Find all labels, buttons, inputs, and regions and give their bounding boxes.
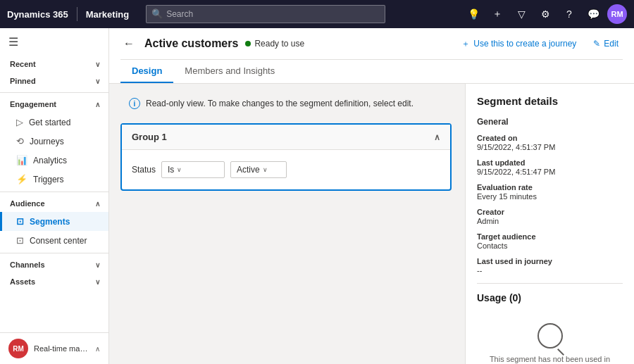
triggers-label: Triggers: [33, 175, 64, 184]
info-text: Read-only view. To make changes to the s…: [146, 99, 414, 108]
evaluation-rate-value: Every 15 minutes: [477, 192, 623, 201]
sidebar-item-consent-center[interactable]: ⊡ Consent center: [0, 231, 108, 250]
sidebar-section-recent[interactable]: Recent ∨: [0, 56, 108, 73]
usage-empty-state: This segment has not been used in journe…: [477, 312, 623, 364]
page-tabs: Design Members and Insights: [120, 59, 623, 83]
lightbulb-icon[interactable]: 💡: [464, 4, 483, 24]
details-divider: [477, 283, 623, 284]
get-started-icon: ▷: [16, 117, 23, 127]
detail-last-used: Last used in journey --: [477, 257, 623, 275]
general-section-title: General: [477, 117, 623, 127]
recent-chevron: ∨: [95, 61, 100, 68]
hamburger-button[interactable]: ☰: [0, 28, 108, 56]
group-header: Group 1 ∧: [122, 125, 450, 150]
last-used-value: --: [477, 266, 623, 275]
target-audience-value: Contacts: [477, 241, 623, 250]
sidebar-section-audience[interactable]: Audience ∧: [0, 195, 108, 212]
sidebar-bottom-environment[interactable]: RM Real-time marketi... ∧: [0, 332, 108, 364]
page-header: ← Active customers Ready to use ＋ Use th…: [109, 28, 634, 84]
sidebar: ☰ Recent ∨ Pinned ∨ Engagement ∧ ▷ Get s…: [0, 28, 109, 364]
last-updated-label: Last updated: [477, 158, 623, 167]
create-journey-label: Use this to create a journey: [473, 39, 576, 49]
filter-icon[interactable]: ▽: [511, 4, 531, 24]
info-icon: i: [129, 98, 140, 109]
journeys-icon: ⟲: [16, 136, 24, 146]
help-icon[interactable]: ?: [559, 4, 579, 24]
engagement-label: Engagement: [10, 100, 56, 108]
get-started-label: Get started: [29, 118, 70, 127]
info-banner: i Read-only view. To make changes to the…: [120, 92, 454, 115]
last-updated-value: 9/15/2022, 4:51:47 PM: [477, 168, 623, 176]
add-icon[interactable]: ＋: [487, 4, 507, 24]
segment-details-panel: Segment details General Created on 9/15/…: [465, 84, 634, 364]
page-title: Active customers: [144, 37, 238, 50]
search-input[interactable]: [146, 5, 385, 23]
tab-design[interactable]: Design: [120, 60, 173, 83]
nav-icons: 💡 ＋ ▽ ⚙ ? 💬 RM: [464, 4, 627, 24]
details-panel-title: Segment details: [477, 95, 623, 107]
main-panel: i Read-only view. To make changes to the…: [109, 84, 465, 364]
search-icon: 🔍: [151, 8, 163, 19]
sidebar-section-pinned[interactable]: Pinned ∨: [0, 73, 108, 89]
sidebar-item-analytics[interactable]: 📊 Analytics: [0, 151, 108, 170]
analytics-label: Analytics: [33, 156, 67, 165]
filter-value-select[interactable]: Active ∨: [230, 161, 287, 178]
detail-created-on: Created on 9/15/2022, 4:51:37 PM: [477, 134, 623, 151]
usage-empty-text: This segment has not been used in journe…: [483, 354, 617, 364]
chat-icon[interactable]: 💬: [583, 4, 603, 24]
main-layout: ☰ Recent ∨ Pinned ∨ Engagement ∧ ▷ Get s…: [0, 28, 634, 364]
edit-icon: ✎: [593, 39, 600, 49]
channels-label: Channels: [10, 261, 45, 269]
edit-button[interactable]: ✎ Edit: [589, 36, 623, 51]
sidebar-section-assets[interactable]: Assets ∨: [0, 273, 108, 290]
back-button[interactable]: ←: [120, 34, 137, 53]
edit-label: Edit: [604, 39, 619, 49]
assets-chevron: ∨: [95, 278, 100, 286]
filter-value-text: Active: [237, 165, 260, 175]
status-dot: [245, 41, 251, 46]
app-label: Marketing: [86, 9, 129, 20]
tab-members-insights[interactable]: Members and Insights: [173, 60, 286, 83]
filter-operator-select[interactable]: Is ∨: [161, 161, 225, 178]
content-area: ← Active customers Ready to use ＋ Use th…: [109, 28, 634, 364]
create-journey-button[interactable]: ＋ Use this to create a journey: [457, 35, 580, 53]
audience-chevron: ∧: [95, 200, 100, 208]
target-audience-label: Target audience: [477, 232, 623, 241]
group-body: Status Is ∨ Active ∨: [122, 150, 450, 189]
last-used-label: Last used in journey: [477, 257, 623, 265]
filter-row: Status Is ∨ Active ∨: [132, 161, 440, 178]
assets-label: Assets: [10, 277, 35, 286]
detail-creator: Creator Admin: [477, 208, 623, 225]
sidebar-item-journeys[interactable]: ⟲ Journeys: [0, 132, 108, 151]
brand-logo[interactable]: Dynamics 365 Marketing: [7, 7, 137, 21]
settings-icon[interactable]: ⚙: [535, 4, 555, 24]
recent-label: Recent: [10, 60, 36, 68]
filter-operator-value: Is: [168, 165, 174, 175]
engagement-chevron: ∧: [95, 101, 100, 108]
page-header-top: ← Active customers Ready to use ＋ Use th…: [120, 28, 623, 59]
sidebar-section-engagement[interactable]: Engagement ∧: [0, 96, 108, 113]
segments-label: Segments: [30, 217, 70, 227]
pinned-chevron: ∨: [95, 77, 100, 85]
environment-chevron: ∧: [95, 345, 100, 353]
journeys-label: Journeys: [30, 137, 64, 146]
filter-value-chevron: ∨: [263, 166, 268, 173]
status-badge: Ready to use: [245, 39, 304, 49]
created-on-value: 9/15/2022, 4:51:37 PM: [477, 143, 623, 151]
sidebar-section-channels[interactable]: Channels ∨: [0, 256, 108, 273]
detail-last-updated: Last updated 9/15/2022, 4:51:47 PM: [477, 158, 623, 176]
group-collapse-icon[interactable]: ∧: [434, 132, 440, 142]
detail-evaluation-rate: Evaluation rate Every 15 minutes: [477, 183, 623, 201]
filter-label: Status: [132, 165, 156, 175]
environment-avatar: RM: [8, 339, 28, 358]
sidebar-item-segments[interactable]: ⊡ Segments: [0, 212, 108, 231]
creator-label: Creator: [477, 208, 623, 216]
sidebar-item-get-started[interactable]: ▷ Get started: [0, 113, 108, 132]
sidebar-item-triggers[interactable]: ⚡ Triggers: [0, 170, 108, 189]
page-body: i Read-only view. To make changes to the…: [109, 84, 634, 364]
usage-section-title: Usage (0): [477, 292, 623, 303]
dynamics365-label: Dynamics 365: [7, 9, 68, 20]
segments-icon: ⊡: [16, 216, 24, 227]
user-avatar[interactable]: RM: [607, 4, 627, 24]
group-title: Group 1: [132, 132, 167, 142]
